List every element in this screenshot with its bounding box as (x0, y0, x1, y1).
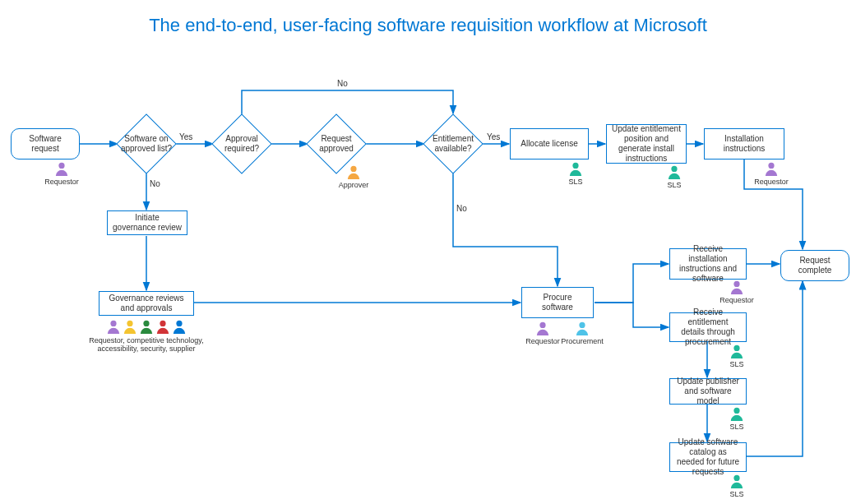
actor-label-sls-4: SLS (696, 423, 778, 431)
actor-label-sls-1: SLS (534, 178, 617, 186)
svg-point-14 (733, 408, 739, 414)
actor-label-sls-2: SLS (633, 181, 715, 189)
svg-point-6 (127, 321, 132, 326)
actor-requestor-3 (535, 321, 550, 339)
actor-sls-2 (667, 164, 682, 183)
node-receive-install: Receive installation instructions and so… (669, 248, 747, 280)
actor-approver (346, 164, 361, 183)
node-allocate-license: Allocate license (510, 128, 589, 160)
flowchart-canvas: The end-to-end, user-facing software req… (0, 0, 856, 504)
actor-gov-4 (155, 319, 170, 337)
node-software-request: Software request (11, 128, 80, 160)
actor-label-requestor-1: Requestor (21, 178, 103, 186)
actor-gov-2 (123, 319, 137, 337)
svg-point-12 (733, 281, 739, 287)
actor-label-governance: Requestor, competitive technology, acces… (85, 336, 208, 353)
diagram-title: The end-to-end, user-facing software req… (0, 15, 856, 36)
label-no-1: No (150, 179, 160, 188)
node-request-complete: Request complete (780, 250, 849, 281)
svg-point-13 (733, 345, 739, 351)
node-governance-reviews: Governance reviews and approvals (99, 291, 194, 316)
svg-point-8 (160, 321, 165, 326)
actor-label-procurement: Procurement (541, 337, 623, 345)
actor-sls-5 (729, 474, 744, 492)
actor-label-sls-3: SLS (696, 360, 778, 368)
actor-label-requestor-4: Requestor (696, 296, 778, 304)
actor-gov-1 (106, 319, 121, 337)
node-initiate-governance: Initiate governance review (107, 210, 187, 235)
node-update-entitlement: Update entitlement position and generate… (606, 124, 687, 164)
actor-sls-3 (729, 344, 744, 362)
svg-point-1 (350, 166, 356, 172)
node-entitlement-available: Entitlement available? (432, 123, 474, 165)
node-request-approved: Request approved (315, 123, 358, 165)
svg-point-5 (110, 321, 116, 326)
node-update-publisher: Update publisher and software model (669, 378, 747, 405)
svg-point-11 (579, 322, 585, 328)
label-yes-2: Yes (487, 132, 500, 141)
label-no-2: No (337, 79, 348, 88)
node-receive-entitlement: Receive entitlement details through proc… (669, 312, 747, 342)
actor-requestor-2 (764, 161, 779, 179)
actor-gov-3 (139, 319, 154, 337)
svg-point-0 (58, 163, 64, 169)
svg-point-9 (176, 321, 182, 326)
node-procure-software: Procure software (521, 287, 594, 318)
actor-requestor-1 (54, 161, 69, 179)
actor-procurement (575, 321, 590, 339)
node-approval-required: Approval required? (220, 123, 263, 165)
actor-gov-5 (172, 319, 187, 337)
svg-point-10 (539, 322, 545, 328)
svg-point-3 (671, 166, 677, 172)
svg-point-7 (143, 321, 149, 326)
actor-label-requestor-2: Requestor (730, 178, 812, 186)
actor-label-sls-5: SLS (696, 490, 778, 498)
svg-point-15 (733, 475, 739, 481)
svg-point-2 (572, 163, 578, 169)
svg-point-4 (768, 163, 774, 169)
node-installation-instructions: Installation instructions (704, 128, 784, 160)
node-approved-list: Software on approved list? (125, 123, 168, 165)
actor-sls-1 (568, 161, 583, 179)
label-no-3: No (456, 204, 467, 213)
actor-label-approver: Approver (312, 181, 395, 189)
node-update-catalog: Update software catalog as needed for fu… (669, 442, 747, 472)
actor-requestor-4 (729, 280, 744, 298)
label-yes-1: Yes (179, 132, 192, 141)
actor-sls-4 (729, 406, 744, 424)
